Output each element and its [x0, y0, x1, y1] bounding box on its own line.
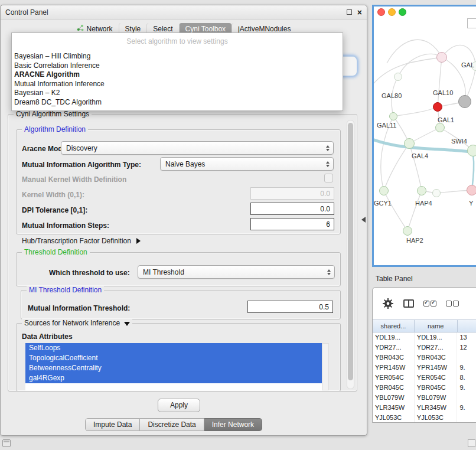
table-row[interactable]: YER054CYER054C8. — [373, 373, 476, 383]
close-window-icon[interactable]: × — [357, 8, 362, 17]
data-attribute-item-topologicalcoefficient[interactable]: TopologicalCoefficient — [25, 353, 322, 363]
algorithm-option-mutual-information-inference[interactable]: Mutual Information Inference — [12, 80, 343, 89]
kernel-width-label: Kernel Width (0,1): — [22, 191, 84, 199]
bottom-tab-impute-data[interactable]: Impute Data — [85, 418, 140, 431]
network-node-label: GAL — [461, 61, 474, 69]
screen: Control Panel × NetworkStyleSelectCyni T… — [0, 0, 476, 450]
algorithm-option-bayesian-hill-climbing[interactable]: Bayesian – Hill Climbing — [12, 52, 343, 61]
kernel-width-field[interactable]: 0.0 — [250, 187, 334, 200]
network-edge[interactable] — [384, 191, 407, 231]
apply-button[interactable]: Apply — [158, 399, 200, 412]
network-edge[interactable] — [387, 40, 442, 63]
network-node-swi4[interactable] — [467, 145, 476, 156]
table-row[interactable]: YBR043CYBR043C — [373, 353, 476, 363]
settings-scrollbar-thumb[interactable] — [348, 123, 353, 380]
float-window-icon[interactable] — [347, 9, 352, 15]
hub-definition-toggle[interactable]: Hub/Transcription Factor Definition — [22, 237, 141, 245]
table-column-header-shared[interactable]: shared... — [373, 320, 415, 332]
network-scroll-corner — [467, 18, 476, 28]
mi-steps-label: Mutual Information Steps: — [22, 221, 109, 230]
table-settings-gear-icon[interactable] — [382, 298, 394, 309]
network-edge[interactable] — [407, 191, 422, 231]
network-node-label: GAL11 — [377, 122, 396, 129]
network-edge[interactable] — [409, 144, 422, 191]
network-node-label: SWI4 — [451, 138, 467, 145]
mi-threshold-field[interactable]: 0.5 — [247, 301, 333, 313]
table-cell: YBR045C — [373, 383, 415, 393]
network-node-gal80[interactable] — [394, 73, 402, 81]
algorithm-dropdown-placeholder: Select algorithm to view settings — [12, 33, 343, 52]
table-cell: YBR043C — [415, 353, 458, 363]
network-edge[interactable] — [393, 107, 438, 116]
algorithm-option-basic-correlation-inference[interactable]: Basic Correlation Inference — [12, 61, 343, 71]
network-node-hap4[interactable] — [417, 186, 426, 195]
table-cell: YDL19... — [415, 332, 458, 343]
data-attribute-item-betweennesscentrality[interactable]: BetweennessCentrality — [25, 363, 322, 373]
attributes-scrollbar[interactable] — [322, 343, 329, 390]
algorithm-option-bayesian-k2[interactable]: Bayesian – K2 — [12, 89, 343, 98]
deselect-all-icon[interactable] — [446, 301, 459, 306]
table-row[interactable]: YBL079WYBL079W — [373, 393, 476, 403]
table-panel-title: Table Panel — [376, 275, 413, 283]
network-node-gal4[interactable] — [404, 138, 415, 149]
network-view-panel[interactable]: GALGAL80GAL10GAL11GAL1SWI4GAL4GCY1HAP4YH… — [372, 5, 476, 267]
table-row[interactable]: YDL19...YDL19...13 — [373, 332, 476, 343]
network-node-y[interactable] — [467, 185, 476, 195]
data-attribute-item-gal4rgexp[interactable]: gal4RGexp — [25, 373, 322, 383]
table-cell: YBR043C — [373, 353, 415, 363]
table-row[interactable]: YBR045CYBR045C9. — [373, 383, 476, 393]
table-row[interactable]: YLR345WYLR345W9. — [373, 403, 476, 413]
network-node-gal10[interactable] — [433, 102, 442, 112]
table-cell: 8. — [457, 373, 476, 383]
algorithm-option-aracne-algorithm[interactable]: ARACNE Algorithm — [12, 70, 343, 80]
network-node[interactable] — [436, 52, 447, 63]
network-edge[interactable] — [374, 57, 442, 83]
algorithm-option-dream8-dc-tdc-algorithm[interactable]: Dream8 DC_TDC Algorithm — [12, 98, 343, 107]
algorithm-definition-title: Algorithm Definition — [22, 125, 88, 133]
table-cell: 13 — [457, 332, 476, 343]
network-edge[interactable] — [438, 57, 442, 107]
column-visibility-icon[interactable] — [403, 299, 414, 308]
data-attribute-item-selfloops[interactable]: SelfLoops — [25, 343, 322, 353]
table-cell: YPR145W — [373, 363, 415, 373]
combo-arrows-icon — [325, 269, 334, 275]
table-column-header-2[interactable] — [458, 320, 476, 332]
combo-arrows-icon — [324, 161, 333, 167]
bottom-tab-discretize-data[interactable]: Discretize Data — [140, 418, 204, 431]
mi-algorithm-type-select[interactable]: Naive Bayes — [160, 157, 334, 171]
network-node-gal1[interactable] — [435, 123, 445, 132]
network-edge[interactable] — [398, 54, 442, 77]
control-panel-titlebar[interactable]: Control Panel × — [1, 5, 367, 19]
restore-panel-icon[interactable] — [2, 439, 11, 447]
network-node-label: HAP2 — [406, 237, 423, 244]
manual-kernel-width-checkbox[interactable] — [324, 174, 333, 182]
network-node[interactable] — [432, 189, 441, 197]
table-row[interactable]: YJL053CYJL053C — [373, 413, 476, 422]
table-cell — [457, 413, 476, 422]
mi-steps-field[interactable]: 6 — [250, 218, 334, 230]
dpi-tolerance-field[interactable]: 0.0 — [250, 203, 334, 215]
table-row[interactable]: YDR27...YDR27...12 — [373, 343, 476, 353]
manual-kernel-width-label: Manual Kernel Width Definition — [22, 175, 126, 184]
bottom-tab-infer-network[interactable]: Infer Network — [204, 418, 262, 431]
table-cell: YLR345W — [415, 403, 458, 413]
table-cell: YLR345W — [373, 403, 415, 413]
network-node-gcy1[interactable] — [379, 186, 389, 195]
panel-collapse-arrow[interactable] — [361, 217, 366, 223]
table-panel: shared...name YDL19...YDL19...13YDR27...… — [372, 287, 476, 423]
resize-grip-icon[interactable] — [468, 439, 475, 447]
sources-group-toggle[interactable]: Sources for Network Inference — [22, 319, 132, 327]
table-row[interactable]: YPR145WYPR145W9. — [373, 363, 476, 373]
select-all-icon[interactable] — [423, 301, 436, 306]
aracne-mode-select[interactable]: Discovery — [61, 141, 334, 155]
mi-threshold-label: Mutual Information Threshold: — [28, 304, 130, 312]
table-column-header-name[interactable]: name — [415, 320, 458, 332]
network-node[interactable] — [458, 95, 471, 108]
which-threshold-select[interactable]: MI Threshold — [138, 265, 335, 279]
algorithm-dropdown-list: Select algorithm to view settings Bayesi… — [11, 32, 343, 111]
control-panel-window: Control Panel × NetworkStyleSelectCyni T… — [0, 5, 367, 436]
network-node-gal11[interactable] — [389, 112, 397, 120]
network-node-hap2[interactable] — [403, 226, 412, 236]
settings-scrollbar[interactable] — [347, 120, 354, 389]
network-edge[interactable] — [384, 144, 409, 191]
